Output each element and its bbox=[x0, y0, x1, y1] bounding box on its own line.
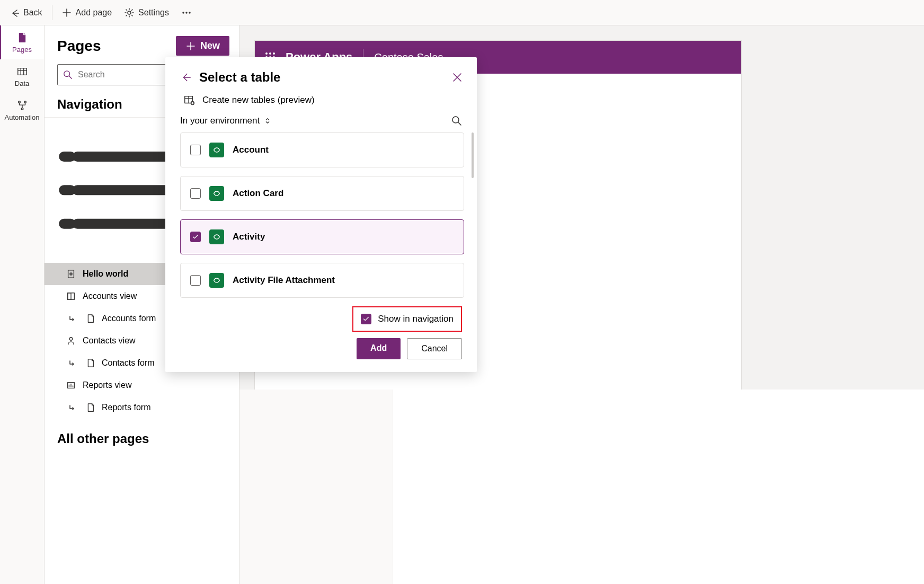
svg-point-1 bbox=[183, 12, 184, 13]
nav-item-label: Accounts form bbox=[102, 314, 156, 323]
search-icon[interactable] bbox=[451, 116, 462, 126]
cancel-button[interactable]: Cancel bbox=[407, 338, 462, 359]
form-icon bbox=[85, 403, 95, 412]
new-label: New bbox=[200, 40, 220, 51]
table-row[interactable]: Account bbox=[180, 132, 464, 167]
subitem-arrow-icon bbox=[68, 315, 76, 322]
table-checkbox[interactable] bbox=[190, 145, 201, 155]
rail-automation-label: Automation bbox=[5, 113, 40, 121]
rail-pages-label: Pages bbox=[12, 46, 32, 54]
table-name: Action Card bbox=[233, 188, 283, 199]
form-icon bbox=[85, 358, 95, 368]
table-row[interactable]: Activity File Attachment bbox=[180, 263, 464, 298]
dialog-close-icon[interactable] bbox=[452, 73, 462, 82]
form-icon bbox=[85, 314, 95, 323]
dataverse-icon bbox=[209, 186, 224, 201]
all-other-heading: All other pages bbox=[45, 419, 239, 459]
environment-filter-label: In your environment bbox=[180, 116, 260, 126]
rail-pages[interactable]: Pages bbox=[0, 25, 44, 59]
table-name: Activity File Attachment bbox=[233, 275, 335, 286]
svg-point-0 bbox=[128, 11, 131, 14]
command-bar: Back Add page Settings bbox=[0, 0, 924, 25]
show-in-navigation-row[interactable]: Show in navigation bbox=[352, 306, 462, 332]
report-icon bbox=[66, 381, 76, 390]
table-row[interactable]: Action Card bbox=[180, 176, 464, 211]
preview-lower-sidebar bbox=[239, 390, 393, 584]
left-rail: Pages Data Automation bbox=[0, 25, 45, 584]
show-in-nav-label: Show in navigation bbox=[378, 314, 454, 324]
nav-item-label: Contacts view bbox=[83, 336, 136, 346]
table-row[interactable]: Activity bbox=[180, 219, 464, 254]
table-checkbox[interactable] bbox=[190, 232, 201, 242]
svg-point-3 bbox=[189, 12, 190, 13]
nav-item-label: Hello world bbox=[83, 269, 128, 279]
table-icon bbox=[16, 66, 28, 77]
svg-point-13 bbox=[69, 337, 72, 340]
subitem-arrow-icon bbox=[68, 404, 76, 411]
back-arrow-icon bbox=[10, 8, 19, 17]
settings-label: Settings bbox=[138, 8, 169, 17]
svg-point-10 bbox=[70, 273, 72, 275]
sort-icon bbox=[264, 117, 271, 125]
custom-page-icon bbox=[66, 269, 76, 279]
page-icon bbox=[16, 32, 28, 43]
gear-icon bbox=[125, 8, 134, 17]
svg-rect-12 bbox=[68, 293, 71, 299]
show-in-nav-checkbox[interactable] bbox=[361, 314, 371, 324]
check-icon bbox=[192, 233, 199, 241]
search-icon bbox=[63, 70, 73, 79]
dataverse-icon bbox=[209, 143, 224, 157]
table-checkbox[interactable] bbox=[190, 188, 201, 199]
person-icon bbox=[66, 336, 76, 346]
new-button[interactable]: New bbox=[176, 36, 229, 56]
dataverse-icon bbox=[209, 273, 224, 288]
back-label: Back bbox=[23, 8, 42, 17]
view-icon bbox=[66, 291, 76, 301]
table-list: AccountAction CardActivityActivity File … bbox=[165, 132, 477, 298]
more-button[interactable] bbox=[176, 5, 197, 21]
table-name: Account bbox=[233, 145, 269, 155]
svg-point-8 bbox=[64, 71, 70, 77]
nav-item-label: Contacts form bbox=[102, 358, 155, 368]
nav-item-label: Accounts view bbox=[83, 291, 137, 301]
add-page-label: Add page bbox=[76, 8, 112, 17]
dataverse-icon bbox=[209, 229, 224, 244]
rail-automation[interactable]: Automation bbox=[0, 93, 44, 127]
back-button[interactable]: Back bbox=[4, 5, 48, 21]
table-plus-icon bbox=[183, 94, 195, 106]
dialog-back-icon[interactable] bbox=[180, 72, 192, 83]
preview-lower-area bbox=[239, 390, 924, 584]
svg-rect-4 bbox=[17, 68, 26, 75]
table-name: Activity bbox=[233, 232, 265, 242]
add-button[interactable]: Add bbox=[357, 338, 401, 359]
pages-title: Pages bbox=[57, 38, 101, 55]
nav-item[interactable]: Reports view bbox=[45, 374, 239, 396]
subitem-arrow-icon bbox=[68, 359, 76, 367]
svg-point-2 bbox=[186, 12, 187, 13]
nav-item[interactable]: Reports form bbox=[45, 396, 239, 419]
select-table-dialog: Select a table Create new tables (previe… bbox=[165, 57, 477, 372]
flow-icon bbox=[16, 100, 28, 111]
add-page-button[interactable]: Add page bbox=[57, 5, 118, 21]
nav-item-label: Reports view bbox=[83, 381, 131, 390]
plus-icon bbox=[62, 8, 72, 17]
rail-data-label: Data bbox=[15, 79, 29, 87]
dialog-title: Select a table bbox=[199, 70, 445, 85]
table-checkbox[interactable] bbox=[190, 275, 201, 286]
plus-icon bbox=[185, 41, 196, 51]
more-icon bbox=[182, 8, 191, 17]
check-icon bbox=[362, 315, 370, 323]
nav-item-label: Reports form bbox=[102, 403, 150, 412]
cmdbar-divider bbox=[52, 5, 52, 20]
settings-button[interactable]: Settings bbox=[119, 5, 174, 21]
create-new-label: Create new tables (preview) bbox=[202, 95, 315, 105]
environment-filter[interactable]: In your environment bbox=[180, 116, 271, 126]
create-new-tables[interactable]: Create new tables (preview) bbox=[165, 89, 477, 116]
rail-data[interactable]: Data bbox=[0, 59, 44, 93]
svg-point-17 bbox=[452, 117, 459, 123]
